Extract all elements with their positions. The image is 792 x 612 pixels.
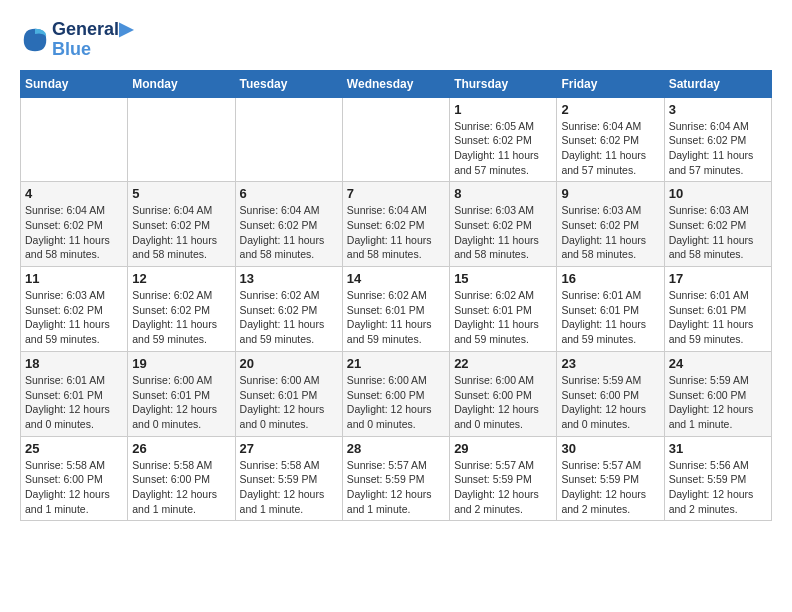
day-info: Sunrise: 6:04 AMSunset: 6:02 PMDaylight:… <box>240 203 338 262</box>
day-info: Sunrise: 6:01 AMSunset: 6:01 PMDaylight:… <box>25 373 123 432</box>
day-info: Sunrise: 5:57 AMSunset: 5:59 PMDaylight:… <box>561 458 659 517</box>
day-info: Sunrise: 6:02 AMSunset: 6:01 PMDaylight:… <box>347 288 445 347</box>
day-info: Sunrise: 6:04 AMSunset: 6:02 PMDaylight:… <box>561 119 659 178</box>
calendar-cell: 6Sunrise: 6:04 AMSunset: 6:02 PMDaylight… <box>235 182 342 267</box>
calendar-cell: 29Sunrise: 5:57 AMSunset: 5:59 PMDayligh… <box>450 436 557 521</box>
day-info: Sunrise: 6:01 AMSunset: 6:01 PMDaylight:… <box>669 288 767 347</box>
weekday-header: Monday <box>128 70 235 97</box>
day-number: 10 <box>669 186 767 201</box>
calendar-cell: 1Sunrise: 6:05 AMSunset: 6:02 PMDaylight… <box>450 97 557 182</box>
day-number: 4 <box>25 186 123 201</box>
calendar-cell <box>235 97 342 182</box>
day-number: 24 <box>669 356 767 371</box>
day-number: 14 <box>347 271 445 286</box>
calendar-cell: 3Sunrise: 6:04 AMSunset: 6:02 PMDaylight… <box>664 97 771 182</box>
calendar-cell <box>128 97 235 182</box>
day-info: Sunrise: 6:04 AMSunset: 6:02 PMDaylight:… <box>25 203 123 262</box>
day-info: Sunrise: 6:00 AMSunset: 6:00 PMDaylight:… <box>347 373 445 432</box>
weekday-header: Friday <box>557 70 664 97</box>
day-number: 16 <box>561 271 659 286</box>
calendar-cell: 26Sunrise: 5:58 AMSunset: 6:00 PMDayligh… <box>128 436 235 521</box>
day-info: Sunrise: 6:02 AMSunset: 6:01 PMDaylight:… <box>454 288 552 347</box>
calendar-cell: 22Sunrise: 6:00 AMSunset: 6:00 PMDayligh… <box>450 351 557 436</box>
day-info: Sunrise: 6:04 AMSunset: 6:02 PMDaylight:… <box>132 203 230 262</box>
calendar-cell: 23Sunrise: 5:59 AMSunset: 6:00 PMDayligh… <box>557 351 664 436</box>
day-number: 30 <box>561 441 659 456</box>
weekday-header: Saturday <box>664 70 771 97</box>
day-number: 21 <box>347 356 445 371</box>
day-number: 27 <box>240 441 338 456</box>
day-number: 12 <box>132 271 230 286</box>
calendar-cell: 17Sunrise: 6:01 AMSunset: 6:01 PMDayligh… <box>664 267 771 352</box>
weekday-header: Sunday <box>21 70 128 97</box>
calendar-cell: 25Sunrise: 5:58 AMSunset: 6:00 PMDayligh… <box>21 436 128 521</box>
day-info: Sunrise: 6:05 AMSunset: 6:02 PMDaylight:… <box>454 119 552 178</box>
calendar-cell: 15Sunrise: 6:02 AMSunset: 6:01 PMDayligh… <box>450 267 557 352</box>
day-info: Sunrise: 5:59 AMSunset: 6:00 PMDaylight:… <box>669 373 767 432</box>
calendar-cell: 9Sunrise: 6:03 AMSunset: 6:02 PMDaylight… <box>557 182 664 267</box>
calendar-cell: 11Sunrise: 6:03 AMSunset: 6:02 PMDayligh… <box>21 267 128 352</box>
calendar-cell <box>21 97 128 182</box>
day-info: Sunrise: 6:00 AMSunset: 6:00 PMDaylight:… <box>454 373 552 432</box>
calendar-cell: 12Sunrise: 6:02 AMSunset: 6:02 PMDayligh… <box>128 267 235 352</box>
calendar-week-row: 4Sunrise: 6:04 AMSunset: 6:02 PMDaylight… <box>21 182 772 267</box>
calendar-cell <box>342 97 449 182</box>
day-info: Sunrise: 5:58 AMSunset: 5:59 PMDaylight:… <box>240 458 338 517</box>
day-number: 22 <box>454 356 552 371</box>
day-number: 5 <box>132 186 230 201</box>
day-number: 19 <box>132 356 230 371</box>
day-number: 13 <box>240 271 338 286</box>
day-info: Sunrise: 6:01 AMSunset: 6:01 PMDaylight:… <box>561 288 659 347</box>
calendar-week-row: 25Sunrise: 5:58 AMSunset: 6:00 PMDayligh… <box>21 436 772 521</box>
day-info: Sunrise: 6:03 AMSunset: 6:02 PMDaylight:… <box>669 203 767 262</box>
calendar-cell: 5Sunrise: 6:04 AMSunset: 6:02 PMDaylight… <box>128 182 235 267</box>
calendar-header-row: SundayMondayTuesdayWednesdayThursdayFrid… <box>21 70 772 97</box>
calendar-week-row: 11Sunrise: 6:03 AMSunset: 6:02 PMDayligh… <box>21 267 772 352</box>
calendar-cell: 30Sunrise: 5:57 AMSunset: 5:59 PMDayligh… <box>557 436 664 521</box>
day-info: Sunrise: 6:03 AMSunset: 6:02 PMDaylight:… <box>561 203 659 262</box>
day-number: 8 <box>454 186 552 201</box>
day-info: Sunrise: 5:57 AMSunset: 5:59 PMDaylight:… <box>454 458 552 517</box>
day-info: Sunrise: 6:04 AMSunset: 6:02 PMDaylight:… <box>669 119 767 178</box>
calendar-cell: 8Sunrise: 6:03 AMSunset: 6:02 PMDaylight… <box>450 182 557 267</box>
calendar-cell: 18Sunrise: 6:01 AMSunset: 6:01 PMDayligh… <box>21 351 128 436</box>
day-number: 15 <box>454 271 552 286</box>
day-info: Sunrise: 6:02 AMSunset: 6:02 PMDaylight:… <box>240 288 338 347</box>
logo-text: General▶ Blue <box>52 20 133 60</box>
day-info: Sunrise: 6:02 AMSunset: 6:02 PMDaylight:… <box>132 288 230 347</box>
weekday-header: Tuesday <box>235 70 342 97</box>
calendar-cell: 10Sunrise: 6:03 AMSunset: 6:02 PMDayligh… <box>664 182 771 267</box>
calendar-cell: 27Sunrise: 5:58 AMSunset: 5:59 PMDayligh… <box>235 436 342 521</box>
day-info: Sunrise: 5:57 AMSunset: 5:59 PMDaylight:… <box>347 458 445 517</box>
day-number: 29 <box>454 441 552 456</box>
day-number: 18 <box>25 356 123 371</box>
day-number: 25 <box>25 441 123 456</box>
day-info: Sunrise: 6:00 AMSunset: 6:01 PMDaylight:… <box>240 373 338 432</box>
day-info: Sunrise: 6:00 AMSunset: 6:01 PMDaylight:… <box>132 373 230 432</box>
calendar-cell: 19Sunrise: 6:00 AMSunset: 6:01 PMDayligh… <box>128 351 235 436</box>
day-info: Sunrise: 5:59 AMSunset: 6:00 PMDaylight:… <box>561 373 659 432</box>
day-number: 3 <box>669 102 767 117</box>
day-number: 20 <box>240 356 338 371</box>
day-info: Sunrise: 6:03 AMSunset: 6:02 PMDaylight:… <box>25 288 123 347</box>
day-number: 9 <box>561 186 659 201</box>
day-number: 11 <box>25 271 123 286</box>
day-number: 17 <box>669 271 767 286</box>
weekday-header: Thursday <box>450 70 557 97</box>
calendar-week-row: 1Sunrise: 6:05 AMSunset: 6:02 PMDaylight… <box>21 97 772 182</box>
calendar-week-row: 18Sunrise: 6:01 AMSunset: 6:01 PMDayligh… <box>21 351 772 436</box>
day-info: Sunrise: 6:03 AMSunset: 6:02 PMDaylight:… <box>454 203 552 262</box>
day-number: 26 <box>132 441 230 456</box>
calendar-cell: 13Sunrise: 6:02 AMSunset: 6:02 PMDayligh… <box>235 267 342 352</box>
calendar-cell: 20Sunrise: 6:00 AMSunset: 6:01 PMDayligh… <box>235 351 342 436</box>
logo: General▶ Blue <box>20 20 133 60</box>
day-info: Sunrise: 6:04 AMSunset: 6:02 PMDaylight:… <box>347 203 445 262</box>
calendar-cell: 31Sunrise: 5:56 AMSunset: 5:59 PMDayligh… <box>664 436 771 521</box>
day-info: Sunrise: 5:56 AMSunset: 5:59 PMDaylight:… <box>669 458 767 517</box>
calendar-cell: 4Sunrise: 6:04 AMSunset: 6:02 PMDaylight… <box>21 182 128 267</box>
day-number: 23 <box>561 356 659 371</box>
calendar-cell: 16Sunrise: 6:01 AMSunset: 6:01 PMDayligh… <box>557 267 664 352</box>
calendar-cell: 14Sunrise: 6:02 AMSunset: 6:01 PMDayligh… <box>342 267 449 352</box>
day-number: 1 <box>454 102 552 117</box>
weekday-header: Wednesday <box>342 70 449 97</box>
